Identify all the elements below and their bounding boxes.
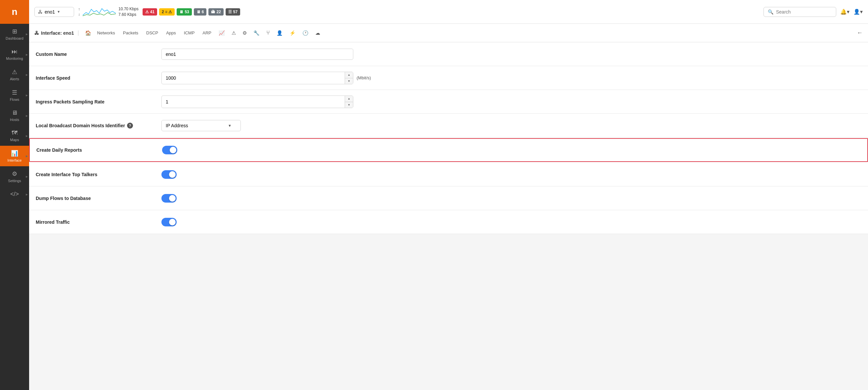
interface-selector-chevron: ▼	[57, 10, 60, 13]
form-label-create-daily-reports: Create Daily Reports	[30, 142, 155, 158]
settings-form: Custom Name Interface Speed ▲ ▼	[29, 42, 868, 234]
custom-name-input[interactable]	[161, 48, 353, 60]
interface-speed-spinners: ▲ ▼	[345, 72, 353, 84]
ingress-sampling-spinners: ▲ ▼	[345, 96, 353, 108]
sidebar-item-code[interactable]: </> ▶	[0, 187, 29, 202]
bolt-icon[interactable]: ⚡	[287, 28, 299, 38]
form-control-mirrored-traffic	[155, 214, 868, 230]
gear-icon[interactable]: ⚙	[240, 28, 249, 38]
interface-speed-down[interactable]: ▼	[345, 78, 353, 84]
sidebar: n ⊞ Dashboard ▶ ⏭ Monitoring ▶ ⚠ Alerts …	[0, 0, 29, 390]
subnav-title: 🖧 Interface: eno1	[34, 30, 79, 36]
badge-dark-icon: ☰	[228, 9, 232, 14]
dump-flows-toggle[interactable]	[161, 194, 177, 203]
search-input[interactable]	[776, 9, 829, 14]
notification-icon[interactable]: 🔔▾	[840, 9, 849, 15]
create-daily-reports-toggle[interactable]	[162, 146, 177, 154]
interface-selector-icon: 🖧	[38, 9, 43, 14]
form-label-ingress-sampling: Ingress Packets Sampling Rate	[29, 94, 155, 110]
sidebar-item-flows[interactable]: ☰ Flows ▶	[0, 85, 29, 105]
cloud-icon[interactable]: ☁	[313, 28, 323, 38]
badge-monitor-gray1[interactable]: 🖥 6	[194, 8, 207, 15]
traffic-arrows: ↑ ↓	[78, 7, 80, 17]
form-label-broadcast-domain: Local Broadcast Domain Hosts Identifier …	[29, 117, 155, 134]
chart-area-icon[interactable]: 📈	[216, 28, 227, 38]
subnav-link-dscp[interactable]: DSCP	[143, 28, 161, 37]
select-chevron-icon: ▼	[228, 124, 235, 128]
badge-monitor-count: 53	[185, 9, 189, 14]
user-slash-icon[interactable]: 👤	[274, 28, 285, 38]
settings-icon: ⚙	[12, 170, 17, 177]
subnav-link-packets[interactable]: Packets	[120, 28, 142, 37]
subnav-link-apps[interactable]: Apps	[163, 28, 179, 37]
form-control-interface-speed: ▲ ▼ (Mbit/s)	[155, 68, 868, 88]
sidebar-arrow: ▶	[26, 73, 28, 76]
mirrored-traffic-toggle[interactable]	[161, 218, 177, 226]
sidebar-arrow: ▶	[26, 53, 28, 56]
sidebar-item-label: Maps	[10, 138, 19, 142]
sidebar-item-hosts[interactable]: 🖥 Hosts ▶	[0, 105, 29, 126]
main-content: 🖧 eno1 ▼ ↑ ↓ 10.70 Kbps 7.60 Kbps ⚠ 41	[29, 0, 868, 390]
fork-icon[interactable]: ⑂	[264, 27, 273, 38]
monitoring-icon: ⏭	[11, 48, 18, 55]
sidebar-item-label: Dashboard	[6, 36, 24, 40]
badge-alert-red[interactable]: ⚠ 41	[143, 8, 157, 15]
subnav-home-icon[interactable]: 🏠	[82, 28, 94, 38]
badge-alert-yellow[interactable]: 2 ≡ ⚠	[159, 8, 175, 15]
sidebar-item-settings[interactable]: ⚙ Settings ▶	[0, 166, 29, 187]
form-control-create-daily-reports	[155, 142, 867, 158]
broadcast-domain-help-icon[interactable]: ?	[127, 123, 133, 129]
alert-triangle-icon[interactable]: ⚠	[229, 28, 239, 38]
badge-monitor-gray2[interactable]: 🏔 22	[208, 8, 223, 15]
ingress-sampling-down[interactable]: ▼	[345, 102, 353, 108]
alerts-icon: ⚠	[12, 68, 17, 76]
traffic-graph	[83, 6, 116, 18]
form-control-ingress-sampling: ▲ ▼	[155, 92, 868, 112]
sidebar-item-alerts[interactable]: ⚠ Alerts ▶	[0, 64, 29, 85]
form-control-custom-name	[155, 44, 868, 64]
sidebar-item-dashboard[interactable]: ⊞ Dashboard ▶	[0, 24, 29, 44]
form-row-ingress-sampling: Ingress Packets Sampling Rate ▲ ▼	[29, 90, 868, 114]
clock-icon[interactable]: 🕐	[300, 28, 311, 38]
app-logo[interactable]: n	[0, 0, 29, 24]
subnav-link-networks[interactable]: Networks	[94, 28, 118, 37]
subnav-links: Networks Packets DSCP Apps ICMP ARP 📈 ⚠ …	[94, 27, 857, 38]
form-label-mirrored-traffic: Mirrored Traffic	[29, 214, 155, 230]
sidebar-arrow: ▶	[26, 155, 28, 158]
broadcast-domain-select[interactable]: IP Address MAC Address	[162, 120, 228, 131]
form-row-top-talkers: Create Interface Top Talkers	[29, 163, 868, 186]
form-row-mirrored-traffic: Mirrored Traffic	[29, 210, 868, 234]
user-icon[interactable]: 👤▾	[854, 9, 863, 15]
ingress-sampling-input[interactable]	[162, 97, 345, 107]
interface-selector[interactable]: 🖧 eno1 ▼	[34, 7, 74, 17]
form-row-interface-speed: Interface Speed ▲ ▼ (Mbit/s)	[29, 66, 868, 90]
top-talkers-toggle[interactable]	[161, 170, 177, 179]
interface-speed-input[interactable]	[162, 73, 345, 83]
sidebar-item-label: Flows	[10, 98, 20, 101]
wrench-icon[interactable]: 🔧	[251, 28, 262, 38]
badge-monitor-green[interactable]: 🖥 53	[177, 8, 191, 15]
subnav-interface-icon: 🖧	[34, 30, 39, 36]
subnav-link-icmp[interactable]: ICMP	[181, 28, 198, 37]
form-control-top-talkers	[155, 166, 868, 183]
sidebar-item-label: Alerts	[10, 77, 19, 81]
sidebar-item-monitoring[interactable]: ⏭ Monitoring ▶	[0, 44, 29, 64]
traffic-widget: ↑ ↓ 10.70 Kbps 7.60 Kbps	[78, 6, 138, 18]
sidebar-item-label: Hosts	[10, 118, 19, 122]
back-arrow-icon[interactable]: ←	[857, 29, 863, 36]
subnav-link-arp[interactable]: ARP	[199, 28, 215, 37]
sidebar-item-interface[interactable]: 📊 Interface ▶	[0, 146, 29, 166]
subnav: 🖧 Interface: eno1 🏠 Networks Packets DSC…	[29, 24, 868, 42]
form-control-broadcast-domain: IP Address MAC Address ▼	[155, 116, 868, 135]
sidebar-arrow: ▶	[26, 33, 28, 36]
badge-gray2-icon: 🏔	[211, 9, 215, 14]
search-box[interactable]: 🔍	[764, 7, 836, 17]
badge-yellow-label: 2 ≡ ⚠	[162, 9, 172, 14]
ingress-sampling-up[interactable]: ▲	[345, 96, 353, 102]
interface-speed-up[interactable]: ▲	[345, 72, 353, 78]
badge-monitor-dark[interactable]: ☰ 57	[226, 8, 240, 15]
interface-speed-wrap: ▲ ▼	[161, 72, 353, 84]
content-area: Custom Name Interface Speed ▲ ▼	[29, 42, 868, 390]
form-row-dump-flows: Dump Flows to Database	[29, 186, 868, 210]
sidebar-item-maps[interactable]: 🗺 Maps ▶	[0, 126, 29, 146]
